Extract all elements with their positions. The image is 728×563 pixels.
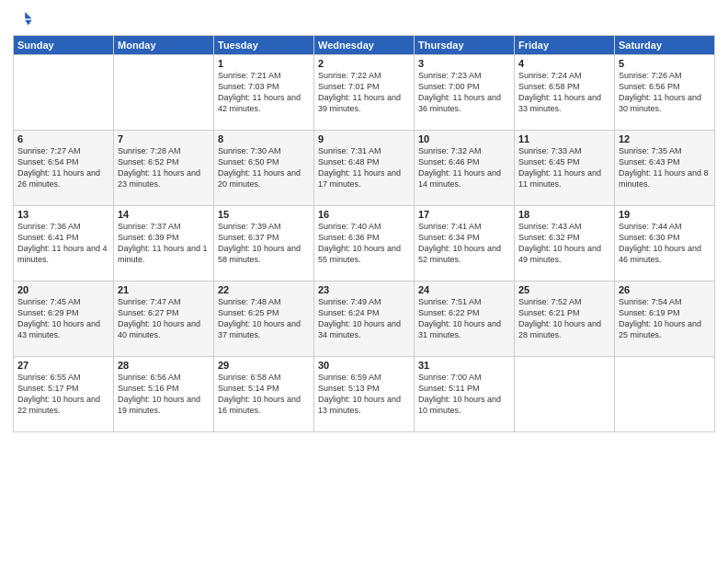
day-header-saturday: Saturday xyxy=(615,36,715,55)
calendar-cell: 6Sunrise: 7:27 AM Sunset: 6:54 PM Daylig… xyxy=(14,131,114,206)
day-number: 22 xyxy=(218,284,310,295)
logo-icon xyxy=(13,9,33,29)
calendar-cell: 22Sunrise: 7:48 AM Sunset: 6:25 PM Dayli… xyxy=(214,282,314,357)
day-number: 8 xyxy=(218,133,310,144)
header xyxy=(13,9,715,29)
day-info: Sunrise: 7:52 AM Sunset: 6:21 PM Dayligh… xyxy=(518,296,610,341)
calendar-cell: 15Sunrise: 7:39 AM Sunset: 6:37 PM Dayli… xyxy=(214,206,314,282)
day-header-wednesday: Wednesday xyxy=(314,36,415,55)
day-number: 5 xyxy=(619,58,711,69)
calendar-cell: 18Sunrise: 7:43 AM Sunset: 6:32 PM Dayli… xyxy=(515,206,615,282)
day-number: 14 xyxy=(118,209,210,220)
calendar-cell: 16Sunrise: 7:40 AM Sunset: 6:36 PM Dayli… xyxy=(314,206,415,282)
week-row-4: 20Sunrise: 7:45 AM Sunset: 6:29 PM Dayli… xyxy=(14,282,715,357)
day-info: Sunrise: 7:23 AM Sunset: 7:00 PM Dayligh… xyxy=(418,70,510,115)
calendar-cell: 1Sunrise: 7:21 AM Sunset: 7:03 PM Daylig… xyxy=(214,55,314,131)
day-info: Sunrise: 7:26 AM Sunset: 6:56 PM Dayligh… xyxy=(619,70,711,115)
week-row-1: 1Sunrise: 7:21 AM Sunset: 7:03 PM Daylig… xyxy=(14,55,715,131)
calendar-cell: 20Sunrise: 7:45 AM Sunset: 6:29 PM Dayli… xyxy=(14,282,114,357)
calendar-cell xyxy=(515,357,615,432)
day-info: Sunrise: 7:33 AM Sunset: 6:45 PM Dayligh… xyxy=(518,145,610,190)
day-number: 7 xyxy=(118,133,210,144)
day-header-monday: Monday xyxy=(114,36,214,55)
day-number: 24 xyxy=(418,284,510,295)
day-header-friday: Friday xyxy=(515,36,615,55)
day-info: Sunrise: 7:22 AM Sunset: 7:01 PM Dayligh… xyxy=(318,70,410,115)
calendar-cell: 25Sunrise: 7:52 AM Sunset: 6:21 PM Dayli… xyxy=(515,282,615,357)
day-info: Sunrise: 7:21 AM Sunset: 7:03 PM Dayligh… xyxy=(218,70,310,115)
calendar-cell: 24Sunrise: 7:51 AM Sunset: 6:22 PM Dayli… xyxy=(415,282,515,357)
day-header-tuesday: Tuesday xyxy=(214,36,314,55)
day-number: 31 xyxy=(418,360,510,371)
day-number: 27 xyxy=(17,360,109,371)
day-info: Sunrise: 7:44 AM Sunset: 6:30 PM Dayligh… xyxy=(619,221,711,266)
day-info: Sunrise: 6:59 AM Sunset: 5:13 PM Dayligh… xyxy=(318,372,410,417)
day-info: Sunrise: 7:47 AM Sunset: 6:27 PM Dayligh… xyxy=(118,296,210,341)
day-info: Sunrise: 7:39 AM Sunset: 6:37 PM Dayligh… xyxy=(218,221,310,266)
day-number: 10 xyxy=(418,133,510,144)
calendar-cell: 10Sunrise: 7:32 AM Sunset: 6:46 PM Dayli… xyxy=(415,131,515,206)
calendar-cell xyxy=(14,55,114,131)
day-info: Sunrise: 7:32 AM Sunset: 6:46 PM Dayligh… xyxy=(418,145,510,190)
svg-marker-0 xyxy=(25,12,31,18)
calendar-cell: 3Sunrise: 7:23 AM Sunset: 7:00 PM Daylig… xyxy=(415,55,515,131)
calendar-cell: 14Sunrise: 7:37 AM Sunset: 6:39 PM Dayli… xyxy=(114,206,214,282)
day-number: 19 xyxy=(619,209,711,220)
calendar-cell: 4Sunrise: 7:24 AM Sunset: 6:58 PM Daylig… xyxy=(515,55,615,131)
day-number: 12 xyxy=(619,133,711,144)
day-info: Sunrise: 7:40 AM Sunset: 6:36 PM Dayligh… xyxy=(318,221,410,266)
week-row-3: 13Sunrise: 7:36 AM Sunset: 6:41 PM Dayli… xyxy=(14,206,715,282)
calendar-cell: 12Sunrise: 7:35 AM Sunset: 6:43 PM Dayli… xyxy=(615,131,715,206)
day-info: Sunrise: 7:28 AM Sunset: 6:52 PM Dayligh… xyxy=(118,145,210,190)
day-number: 23 xyxy=(318,284,410,295)
day-info: Sunrise: 7:45 AM Sunset: 6:29 PM Dayligh… xyxy=(17,296,109,341)
day-info: Sunrise: 7:36 AM Sunset: 6:41 PM Dayligh… xyxy=(17,221,109,266)
calendar-cell: 31Sunrise: 7:00 AM Sunset: 5:11 PM Dayli… xyxy=(415,357,515,432)
day-info: Sunrise: 6:55 AM Sunset: 5:17 PM Dayligh… xyxy=(17,372,109,417)
day-info: Sunrise: 7:41 AM Sunset: 6:34 PM Dayligh… xyxy=(418,221,510,266)
day-number: 30 xyxy=(318,360,410,371)
day-number: 28 xyxy=(118,360,210,371)
calendar-cell: 21Sunrise: 7:47 AM Sunset: 6:27 PM Dayli… xyxy=(114,282,214,357)
calendar-cell: 23Sunrise: 7:49 AM Sunset: 6:24 PM Dayli… xyxy=(314,282,415,357)
day-number: 1 xyxy=(218,58,310,69)
calendar-cell xyxy=(615,357,715,432)
day-info: Sunrise: 6:58 AM Sunset: 5:14 PM Dayligh… xyxy=(218,372,310,417)
day-info: Sunrise: 7:51 AM Sunset: 6:22 PM Dayligh… xyxy=(418,296,510,341)
logo xyxy=(13,9,35,29)
week-row-2: 6Sunrise: 7:27 AM Sunset: 6:54 PM Daylig… xyxy=(14,131,715,206)
day-header-thursday: Thursday xyxy=(415,36,515,55)
day-number: 17 xyxy=(418,209,510,220)
day-number: 21 xyxy=(118,284,210,295)
calendar-cell: 5Sunrise: 7:26 AM Sunset: 6:56 PM Daylig… xyxy=(615,55,715,131)
calendar-cell: 30Sunrise: 6:59 AM Sunset: 5:13 PM Dayli… xyxy=(314,357,415,432)
day-number: 2 xyxy=(318,58,410,69)
day-number: 6 xyxy=(17,133,109,144)
calendar-cell xyxy=(114,55,214,131)
day-info: Sunrise: 6:56 AM Sunset: 5:16 PM Dayligh… xyxy=(118,372,210,417)
svg-marker-1 xyxy=(25,20,31,26)
day-number: 29 xyxy=(218,360,310,371)
day-number: 3 xyxy=(418,58,510,69)
day-number: 13 xyxy=(17,209,109,220)
calendar-table: SundayMondayTuesdayWednesdayThursdayFrid… xyxy=(13,35,715,432)
day-number: 25 xyxy=(518,284,610,295)
day-number: 15 xyxy=(218,209,310,220)
header-row: SundayMondayTuesdayWednesdayThursdayFrid… xyxy=(14,36,715,55)
calendar-cell: 9Sunrise: 7:31 AM Sunset: 6:48 PM Daylig… xyxy=(314,131,415,206)
calendar-cell: 29Sunrise: 6:58 AM Sunset: 5:14 PM Dayli… xyxy=(214,357,314,432)
calendar-cell: 17Sunrise: 7:41 AM Sunset: 6:34 PM Dayli… xyxy=(415,206,515,282)
calendar-cell: 7Sunrise: 7:28 AM Sunset: 6:52 PM Daylig… xyxy=(114,131,214,206)
calendar-cell: 28Sunrise: 6:56 AM Sunset: 5:16 PM Dayli… xyxy=(114,357,214,432)
day-number: 26 xyxy=(619,284,711,295)
calendar-cell: 13Sunrise: 7:36 AM Sunset: 6:41 PM Dayli… xyxy=(14,206,114,282)
calendar-cell: 27Sunrise: 6:55 AM Sunset: 5:17 PM Dayli… xyxy=(14,357,114,432)
calendar-cell: 2Sunrise: 7:22 AM Sunset: 7:01 PM Daylig… xyxy=(314,55,415,131)
calendar-cell: 26Sunrise: 7:54 AM Sunset: 6:19 PM Dayli… xyxy=(615,282,715,357)
day-info: Sunrise: 7:00 AM Sunset: 5:11 PM Dayligh… xyxy=(418,372,510,417)
day-number: 9 xyxy=(318,133,410,144)
day-info: Sunrise: 7:48 AM Sunset: 6:25 PM Dayligh… xyxy=(218,296,310,341)
day-number: 18 xyxy=(518,209,610,220)
calendar-cell: 19Sunrise: 7:44 AM Sunset: 6:30 PM Dayli… xyxy=(615,206,715,282)
day-info: Sunrise: 7:24 AM Sunset: 6:58 PM Dayligh… xyxy=(518,70,610,115)
